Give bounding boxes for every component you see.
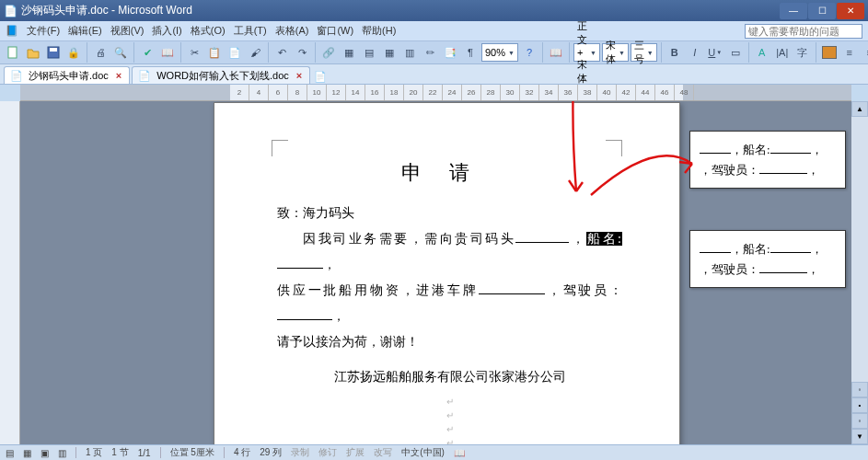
menu-insert[interactable]: 插入(I) xyxy=(152,24,181,38)
redo-icon[interactable]: ↷ xyxy=(293,43,311,62)
cut-icon[interactable]: ✂ xyxy=(185,43,203,62)
ruler-tick: 44 xyxy=(636,85,655,100)
insert-table-icon[interactable]: ▤ xyxy=(360,43,378,62)
scroll-down-icon[interactable]: ▼ xyxy=(851,429,868,444)
drawing-icon[interactable]: ✏ xyxy=(421,43,439,62)
highlight-button[interactable] xyxy=(820,43,839,62)
style-combo[interactable]: 正文 + 宋体▼ xyxy=(573,43,600,62)
blank-underline xyxy=(759,159,807,174)
permissions-icon[interactable]: 🔒 xyxy=(64,43,83,62)
blank-underline xyxy=(759,259,807,273)
ruler-tick: 12 xyxy=(327,85,346,100)
blank-underline xyxy=(770,139,811,154)
blank-underline xyxy=(277,305,332,320)
menu-window[interactable]: 窗口(W) xyxy=(317,24,353,38)
ruler-tick: 38 xyxy=(578,85,597,100)
menu-tools[interactable]: 工具(T) xyxy=(234,24,267,38)
ruler-tick: 24 xyxy=(443,85,462,100)
italic-button[interactable]: I xyxy=(686,43,704,62)
document-canvas[interactable]: 申请 致：海力码头 因我司业务需要，需向贵司码头，船名:， 供应一批船用物资，进… xyxy=(20,101,851,444)
selected-text: 船名: xyxy=(586,232,622,246)
status-ovr: 改写 xyxy=(374,446,392,459)
chevron-down-icon: ▼ xyxy=(647,50,654,56)
status-line: 4 行 xyxy=(234,446,250,459)
minimize-button[interactable]: — xyxy=(780,3,807,19)
status-lang: 中文(中国) xyxy=(401,446,445,459)
ruler-tick: 2 xyxy=(230,85,249,100)
doc-tab-2[interactable]: 📄 WORD如何输入长下划线.doc × xyxy=(132,66,310,84)
view-outline-icon[interactable]: ▥ xyxy=(58,448,66,458)
help-search-input[interactable] xyxy=(745,24,862,39)
menu-file[interactable]: 文件(F) xyxy=(27,24,60,38)
vertical-ruler[interactable] xyxy=(0,101,20,444)
menu-view[interactable]: 视图(V) xyxy=(110,24,145,38)
close-button[interactable]: ✕ xyxy=(837,3,864,19)
vertical-scrollbar[interactable]: ▲ ◦ • ◦ ▼ xyxy=(851,101,868,444)
excel-icon[interactable]: ▦ xyxy=(380,43,399,62)
tables-borders-icon[interactable]: ▦ xyxy=(340,43,358,62)
underline-button[interactable]: U▼ xyxy=(706,43,724,62)
zoom-combo[interactable]: 90%▼ xyxy=(481,43,518,62)
font-size-combo[interactable]: 三号▼ xyxy=(631,43,657,62)
paragraph-mark-icon: ↵ xyxy=(277,434,622,444)
char-scaling-icon[interactable]: 字 xyxy=(793,43,812,62)
horizontal-ruler[interactable]: 2468101214161820222426283032343638404244… xyxy=(20,85,851,101)
reading-layout-icon[interactable]: 📖 xyxy=(547,43,565,62)
document-tabs: 📄 沙钢码头申请.doc × 📄 WORD如何输入长下划线.doc × 📄 xyxy=(0,64,868,85)
text: 供应一批船用物资，进港车牌 xyxy=(277,283,479,297)
menu-edit[interactable]: 编辑(E) xyxy=(68,24,102,38)
columns-icon[interactable]: ▥ xyxy=(400,43,419,62)
menu-table[interactable]: 表格(A) xyxy=(275,24,309,38)
char-shading-icon[interactable]: A xyxy=(753,43,771,62)
paragraph-mark-icon: ↵ xyxy=(277,407,622,418)
browse-object-icon[interactable]: • xyxy=(851,397,868,413)
char-border-icon[interactable]: |A| xyxy=(773,43,792,62)
ruler-tick: 42 xyxy=(617,85,636,100)
doc-map-icon[interactable]: 📑 xyxy=(441,43,459,62)
format-painter-icon[interactable]: 🖌 xyxy=(246,43,264,62)
view-web-icon[interactable]: ▦ xyxy=(23,448,31,458)
menu-help[interactable]: 帮助(H) xyxy=(362,24,396,38)
print-icon[interactable]: 🖨 xyxy=(91,43,110,62)
new-icon[interactable] xyxy=(4,43,22,62)
chevron-down-icon: ▼ xyxy=(590,50,596,56)
print-preview-icon[interactable]: 🔍 xyxy=(111,43,130,62)
ruler-tick: 30 xyxy=(501,85,520,100)
next-page-icon[interactable]: ◦ xyxy=(851,413,868,429)
new-tab-button[interactable]: 📄 xyxy=(312,69,329,84)
font-combo[interactable]: 宋体▼ xyxy=(602,43,629,62)
hyperlink-icon[interactable]: 🔗 xyxy=(319,43,338,62)
doc-icon: 📄 xyxy=(138,70,151,82)
copy-icon[interactable]: 📋 xyxy=(205,43,224,62)
open-icon[interactable] xyxy=(24,43,42,62)
close-tab-icon[interactable]: × xyxy=(295,70,304,81)
help-icon[interactable]: ? xyxy=(520,43,538,62)
doc-tab-1[interactable]: 📄 沙钢码头申请.doc × xyxy=(4,66,130,84)
status-position: 位置 5厘米 xyxy=(170,446,214,459)
text: ，驾驶员： xyxy=(545,283,622,297)
prev-page-icon[interactable]: ◦ xyxy=(851,382,868,397)
text: 致： xyxy=(277,206,303,220)
ruler-tick: 34 xyxy=(539,85,559,100)
maximize-button[interactable]: ☐ xyxy=(808,3,836,19)
save-icon[interactable] xyxy=(44,43,63,62)
border-button[interactable]: ▭ xyxy=(726,43,745,62)
scroll-up-icon[interactable]: ▲ xyxy=(851,101,868,117)
spellcheck-icon[interactable]: ✔ xyxy=(138,43,156,62)
align-center-button[interactable]: ≡ xyxy=(861,43,868,62)
menu-format[interactable]: 格式(O) xyxy=(191,24,226,38)
close-tab-icon[interactable]: × xyxy=(114,70,123,81)
view-normal-icon[interactable]: ▤ xyxy=(6,448,14,458)
view-print-icon[interactable]: ▣ xyxy=(41,448,49,458)
undo-icon[interactable]: ↶ xyxy=(272,43,291,62)
paste-icon[interactable]: 📄 xyxy=(226,43,244,62)
status-page: 1 页 xyxy=(86,446,102,459)
text: ， xyxy=(811,143,823,156)
align-left-button[interactable]: ≡ xyxy=(840,43,859,62)
show-marks-icon[interactable]: ¶ xyxy=(461,43,480,62)
bold-button[interactable]: B xyxy=(665,43,684,62)
research-icon[interactable]: 📖 xyxy=(158,43,177,62)
document-body[interactable]: 申请 致：海力码头 因我司业务需要，需向贵司码头，船名:， 供应一批船用物资，进… xyxy=(277,153,622,444)
status-book-icon[interactable]: 📖 xyxy=(454,448,465,458)
text: ，驾驶员： xyxy=(700,163,759,177)
